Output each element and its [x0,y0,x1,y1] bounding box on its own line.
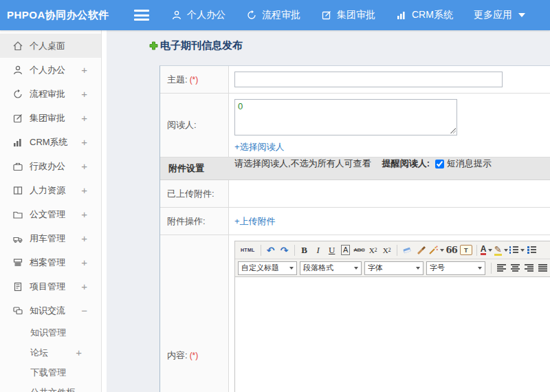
nav-label: 个人办公 [187,9,226,21]
sidebar-item-admin-office[interactable]: 行政办公 + [0,154,101,178]
operation-label: 附件操作: [167,215,206,228]
bar-chart-icon [396,10,407,21]
chevron-down-icon [518,13,525,17]
content-label-cell: 内容: (*) [160,235,229,392]
magic-wand-button[interactable] [428,243,444,257]
sidebar-subitem-knowledge-mgmt[interactable]: 知识管理 [0,323,101,342]
expand-toggle[interactable]: + [81,184,87,196]
font-color-button[interactable]: A [481,243,493,257]
sidebar-item-personal-desktop[interactable]: 个人桌面 [0,34,101,58]
insert-textbox-button[interactable]: T [459,243,473,257]
subject-label-cell: 主题: (*) [160,66,229,93]
expand-toggle[interactable]: + [81,232,87,244]
sidebar-subitem-label: 下载管理 [30,367,66,379]
subscript-button[interactable]: X2 [381,243,393,257]
nav-workflow-approval[interactable]: 流程审批 [246,9,300,21]
menu-toggle-button[interactable] [134,10,149,21]
sidebar-subitem-download-mgmt[interactable]: 下载管理 [0,362,101,382]
sidebar-item-project[interactable]: 项目管理 + [0,274,101,298]
highlight-pen-button[interactable]: ✎ [494,243,508,257]
sms-notify-label: 短消息提示 [447,157,492,170]
sidebar-item-label: 人力资源 [30,184,65,197]
sidebar-subitem-public-cabinet[interactable]: 公共文件柜 [0,382,101,392]
align-center-button[interactable] [509,261,521,275]
chevron-down-icon [289,267,294,270]
sidebar-item-group-approval[interactable]: 集团审批 + [0,106,101,130]
subject-input[interactable] [234,72,503,87]
expand-toggle[interactable]: + [81,88,87,100]
align-left-button[interactable] [495,261,507,275]
nav-group-approval[interactable]: 集团审批 [321,9,375,21]
sidebar-item-label: 个人办公 [30,64,65,76]
nav-personal-office[interactable]: 个人办公 [171,9,226,21]
readers-textarea[interactable]: 0 [234,99,457,135]
nav-label: 更多应用 [474,9,512,21]
italic-button[interactable]: I [312,243,324,257]
sidebar-item-hr[interactable]: 人力资源 + [0,178,101,202]
font-size-select[interactable]: 字号 [426,261,485,275]
sidebar-item-personal-office[interactable]: 个人办公 + [0,58,101,82]
expand-toggle[interactable]: + [76,347,82,358]
sidebar-item-label: 项目管理 [30,281,65,293]
upload-attachment-link[interactable]: +上传附件 [234,215,276,228]
sms-notify-checkbox[interactable] [435,160,444,168]
toolbar-separator [397,245,397,256]
sidebar-item-official-doc[interactable]: 公文管理 + [0,202,101,226]
nav-more-apps[interactable]: 更多应用 [474,9,525,21]
expand-toggle[interactable]: + [81,257,87,268]
sidebar-subitem-forum[interactable]: 论坛 + [0,342,101,362]
resize-grip-icon[interactable] [450,128,456,133]
expand-toggle[interactable]: + [81,160,87,172]
underline-button[interactable]: U [326,243,338,257]
editor-content-area[interactable] [235,277,550,392]
sidebar-item-vehicle[interactable]: 用车管理 + [0,226,101,250]
expand-toggle[interactable]: + [81,64,87,76]
readers-value-cell: 0 +选择阅读人 请选择阅读人,不选为所有人可查看 提醒阅读人: 短消息提示 [229,94,550,157]
sidebar-item-knowledge[interactable]: 知识交流 − [0,298,101,323]
sidebar-item-archives[interactable]: 档案管理 + [0,250,101,274]
html-source-button[interactable]: HTML [239,243,257,257]
sidebar-item-label: CRM系统 [30,136,68,149]
ordered-list-button[interactable] [509,243,525,257]
uploaded-value-cell [229,180,550,207]
page-title-text: 电子期刊信息发布 [160,39,243,52]
sidebar-item-workflow-approval[interactable]: 流程审批 + [0,82,101,106]
top-header: PHPOA协同办公软件 个人办公 流程审批 [0,0,550,30]
superscript-button[interactable]: X2 [367,243,380,257]
expand-toggle[interactable]: + [81,112,87,124]
unordered-list-button[interactable] [526,243,538,257]
font-style-button[interactable]: A [340,243,352,257]
sidebar-subitem-label: 知识管理 [30,327,66,339]
chevron-down-icon [478,267,482,270]
heading-select[interactable]: 自定义标题 [238,261,297,275]
expand-toggle[interactable]: + [81,136,87,148]
process-arrow-icon [246,10,257,21]
blockquote-button[interactable]: 66 [446,243,458,257]
undo-button[interactable]: ↶ [265,243,277,257]
nav-crm-system[interactable]: CRM系统 [396,9,453,21]
redo-button[interactable]: ↷ [278,243,291,257]
content-value-cell: HTML ↶ ↷ B I U A ABC X2 X2 [229,235,550,392]
top-nav: 个人办公 流程审批 集团审批 [171,9,525,21]
bold-button[interactable]: B [298,243,311,257]
expand-toggle[interactable]: + [81,281,87,292]
readers-row: 阅读人: 0 +选择阅读人 请选择阅读人,不选为所有人可查看 提醒阅读人: 短消… [160,94,550,157]
expand-toggle[interactable]: + [81,208,87,220]
chevron-down-icon [488,249,492,252]
font-family-select[interactable]: 字体 [364,261,424,275]
paragraph-format-select[interactable]: 段落格式 [300,261,362,275]
nav-label: CRM系统 [412,9,453,21]
sidebar-item-crm[interactable]: CRM系统 + [0,130,101,154]
clipboard-icon [12,281,23,292]
edit-icon [12,113,23,124]
align-justify-button[interactable] [536,261,549,275]
choose-readers-link[interactable]: +选择阅读人 [234,141,285,153]
user-icon [171,10,182,21]
align-right-button[interactable] [522,261,535,275]
collapse-toggle[interactable]: − [81,305,87,316]
format-painter-brush-button[interactable] [415,243,427,257]
remove-format-eraser-button[interactable] [401,243,413,257]
layers-icon [12,305,23,316]
strikethrough-button[interactable]: ABC [353,243,366,257]
page-title: 电子期刊信息发布 [149,39,243,52]
